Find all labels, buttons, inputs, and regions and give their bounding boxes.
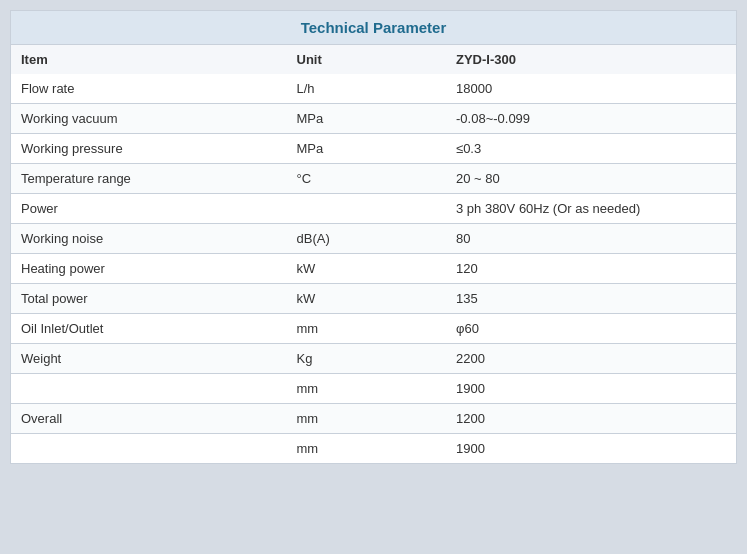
row-item: Total power xyxy=(11,284,287,314)
row-value: 2200 xyxy=(446,344,736,374)
row-unit: mm xyxy=(287,404,447,434)
table-row: Total powerkW135 xyxy=(11,284,736,314)
row-unit: MPa xyxy=(287,104,447,134)
row-item: Heating power xyxy=(11,254,287,284)
row-value: ≤0.3 xyxy=(446,134,736,164)
row-item: Flow rate xyxy=(11,74,287,104)
table-header: Item Unit ZYD-I-300 xyxy=(11,45,736,74)
header-unit: Unit xyxy=(287,45,447,74)
row-item: Weight xyxy=(11,344,287,374)
row-unit: kW xyxy=(287,284,447,314)
table-row: Working noisedB(A)80 xyxy=(11,224,736,254)
row-item: Working vacuum xyxy=(11,104,287,134)
row-item: Working pressure xyxy=(11,134,287,164)
table-row: Working vacuumMPa-0.08~-0.099 xyxy=(11,104,736,134)
row-item: Power xyxy=(11,194,287,224)
row-value: 3 ph 380V 60Hz (Or as needed) xyxy=(446,194,736,224)
row-value: 135 xyxy=(446,284,736,314)
table-row: mm1900 xyxy=(11,434,736,464)
row-item xyxy=(11,434,287,464)
table-row: WeightKg2200 xyxy=(11,344,736,374)
row-item: Working noise xyxy=(11,224,287,254)
row-value: 1200 xyxy=(446,404,736,434)
row-unit: L/h xyxy=(287,74,447,104)
table-row: Overallmm1200 xyxy=(11,404,736,434)
row-unit: dB(A) xyxy=(287,224,447,254)
row-value: 20 ~ 80 xyxy=(446,164,736,194)
table-title: Technical Parameter xyxy=(11,11,736,45)
row-value: 1900 xyxy=(446,374,736,404)
table-row: Power3 ph 380V 60Hz (Or as needed) xyxy=(11,194,736,224)
row-unit: mm xyxy=(287,314,447,344)
row-unit xyxy=(287,194,447,224)
table-row: Oil Inlet/Outletmmφ60 xyxy=(11,314,736,344)
table-row: Heating powerkW120 xyxy=(11,254,736,284)
row-value: 1900 xyxy=(446,434,736,464)
row-item: Oil Inlet/Outlet xyxy=(11,314,287,344)
row-value: φ60 xyxy=(446,314,736,344)
row-unit: °C xyxy=(287,164,447,194)
technical-parameter-table: Technical Parameter Item Unit ZYD-I-300 … xyxy=(10,10,737,464)
header-item: Item xyxy=(11,45,287,74)
header-value: ZYD-I-300 xyxy=(446,45,736,74)
row-value: 80 xyxy=(446,224,736,254)
row-item: Temperature range xyxy=(11,164,287,194)
row-unit: kW xyxy=(287,254,447,284)
row-item xyxy=(11,374,287,404)
row-unit: Kg xyxy=(287,344,447,374)
row-unit: MPa xyxy=(287,134,447,164)
row-value: -0.08~-0.099 xyxy=(446,104,736,134)
row-unit: mm xyxy=(287,434,447,464)
table-row: mm1900 xyxy=(11,374,736,404)
row-unit: mm xyxy=(287,374,447,404)
table-row: Temperature range°C20 ~ 80 xyxy=(11,164,736,194)
table-row: Working pressureMPa≤0.3 xyxy=(11,134,736,164)
row-value: 120 xyxy=(446,254,736,284)
table-row: Flow rateL/h18000 xyxy=(11,74,736,104)
row-value: 18000 xyxy=(446,74,736,104)
row-item: Overall xyxy=(11,404,287,434)
